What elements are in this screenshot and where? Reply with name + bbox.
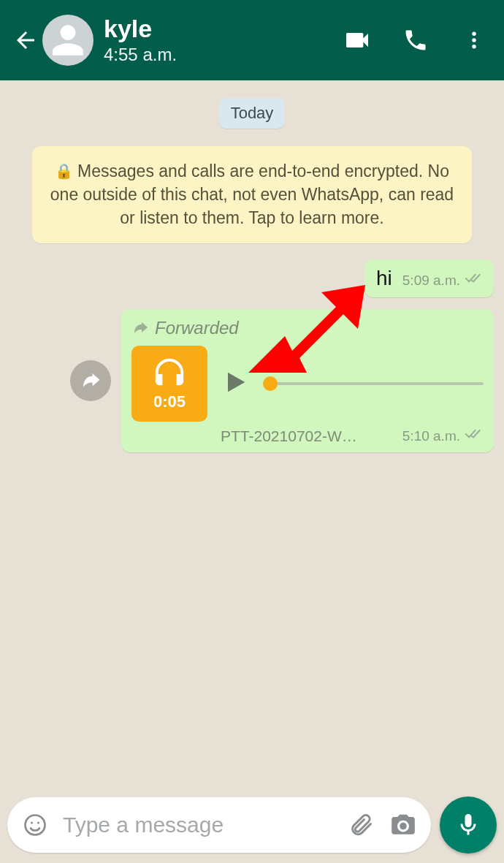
- voice-message-row: Forwarded 0:05 PTT-20210702-W… 5:10 a: [10, 309, 494, 452]
- video-call-button[interactable]: [340, 23, 374, 57]
- chat-header: kyle 4:55 a.m.: [0, 0, 504, 80]
- message-input[interactable]: Type a message: [63, 813, 333, 837]
- read-ticks-icon: [465, 272, 484, 289]
- back-button[interactable]: [10, 25, 41, 56]
- play-button[interactable]: [221, 368, 250, 400]
- attach-button[interactable]: [346, 810, 375, 840]
- svg-point-1: [472, 38, 476, 42]
- seek-track: [263, 382, 484, 385]
- outgoing-text-message[interactable]: hi 5:09 a.m.: [364, 259, 494, 297]
- audio-thumbnail: 0:05: [131, 346, 207, 422]
- header-actions: [340, 23, 491, 57]
- voice-message-time: 5:10 a.m.: [402, 428, 460, 444]
- voice-message-meta: PTT-20210702-W… 5:10 a.m.: [131, 427, 484, 445]
- message-text: hi: [376, 267, 392, 290]
- headphones-icon: [153, 356, 186, 389]
- voice-record-button[interactable]: [440, 797, 497, 854]
- contact-subtitle: 4:55 a.m.: [104, 45, 340, 65]
- audio-filename: PTT-20210702-W…: [221, 427, 357, 445]
- composer-bar: Type a message: [7, 796, 497, 854]
- chat-area: Today 🔒Messages and calls are end-to-end…: [0, 80, 504, 790]
- forwarded-indicator: Forwarded: [131, 318, 484, 338]
- svg-point-2: [472, 45, 476, 49]
- more-options-button[interactable]: [457, 23, 491, 57]
- message-meta: 5:09 a.m.: [402, 272, 484, 289]
- contact-avatar[interactable]: [42, 15, 93, 66]
- audio-duration: 0:05: [153, 392, 186, 411]
- emoji-button[interactable]: [20, 810, 50, 840]
- encryption-text: Messages and calls are end-to-end encryp…: [50, 161, 454, 227]
- voice-call-button[interactable]: [399, 23, 432, 57]
- encryption-notice[interactable]: 🔒Messages and calls are end-to-end encry…: [32, 146, 472, 243]
- microphone-icon: [455, 812, 481, 838]
- audio-seek-slider[interactable]: [263, 373, 484, 395]
- message-row: hi 5:09 a.m.: [10, 259, 494, 309]
- lock-icon: 🔒: [55, 163, 73, 179]
- message-input-container: Type a message: [7, 797, 431, 853]
- play-icon: [221, 368, 250, 397]
- message-time: 5:09 a.m.: [402, 273, 460, 289]
- voice-player: 0:05: [131, 346, 484, 422]
- read-ticks-icon: [465, 427, 484, 444]
- outgoing-voice-message[interactable]: Forwarded 0:05 PTT-20210702-W… 5:10 a: [121, 309, 494, 452]
- svg-point-5: [31, 822, 33, 824]
- seek-thumb: [263, 376, 278, 391]
- svg-point-6: [37, 822, 39, 824]
- contact-name: kyle: [104, 15, 340, 42]
- forward-icon: [131, 319, 149, 337]
- date-separator: Today: [219, 98, 286, 129]
- voice-message-time-block: 5:10 a.m.: [402, 427, 484, 444]
- forwarded-label: Forwarded: [155, 318, 239, 338]
- camera-button[interactable]: [389, 810, 418, 840]
- svg-point-0: [472, 32, 476, 37]
- contact-title-block[interactable]: kyle 4:55 a.m.: [104, 15, 340, 64]
- forward-button[interactable]: [70, 360, 111, 401]
- svg-point-4: [26, 816, 45, 835]
